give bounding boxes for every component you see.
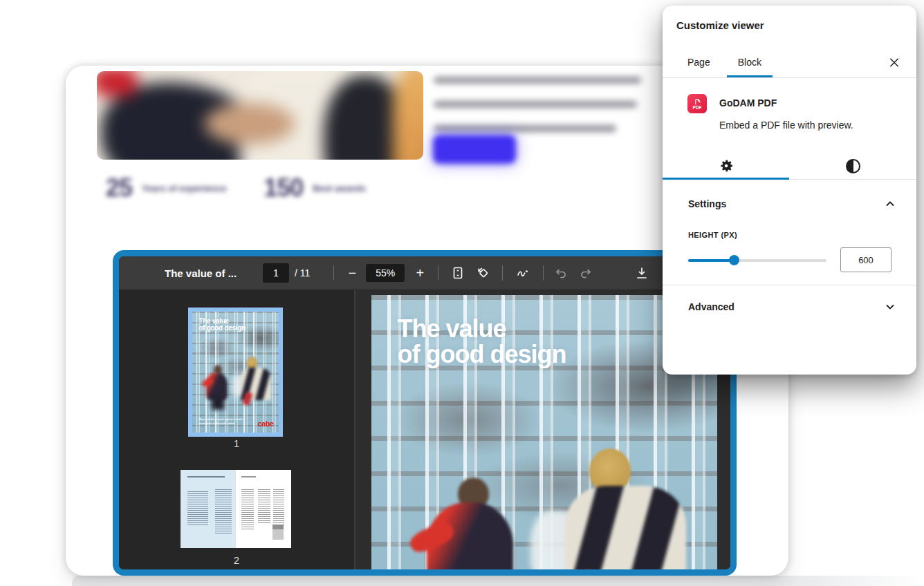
thumbnail-sidebar: The value of good design New buildings a… — [119, 290, 354, 569]
thumbnail-1-label: 1 — [119, 437, 354, 449]
settings-heading: Settings — [688, 198, 726, 209]
thumbnail-2-portrait — [272, 524, 284, 539]
thumbnail-2-label: 2 — [119, 554, 354, 566]
height-label: HEIGHT (PX) — [688, 231, 737, 239]
cta-button-blurred[interactable] — [433, 135, 516, 164]
close-icon[interactable] — [885, 53, 904, 72]
toolbar-divider — [543, 265, 544, 281]
block-description: Embed a PDF file with preview. — [719, 120, 853, 131]
active-icon-tab-underline — [663, 178, 789, 180]
pdf-viewer: The value of ... / 11 − 55% + — [113, 250, 737, 576]
draw-icon[interactable] — [515, 265, 530, 281]
stats-row: 25 Years of experience 150 Best awards — [106, 173, 366, 202]
zoom-level: 55% — [366, 264, 405, 282]
height-value-input[interactable] — [840, 247, 891, 272]
thumbnail-page-1[interactable]: The value of good design New buildings a… — [188, 308, 283, 437]
page-number-input[interactable] — [263, 263, 289, 283]
settings-section-header[interactable]: Settings — [688, 198, 896, 209]
pdf-viewer-body: The value of good design New buildings a… — [119, 290, 730, 569]
fit-page-icon[interactable] — [451, 266, 465, 280]
height-slider-fill — [688, 259, 734, 262]
pdf-title: The value of ... — [165, 267, 253, 279]
gear-icon — [718, 158, 734, 174]
toolbar-divider — [333, 265, 334, 281]
godam-icon-text: PDF — [693, 105, 702, 110]
stat-label: Best awards — [313, 183, 366, 193]
tab-block[interactable]: Block — [724, 47, 775, 77]
rotate-icon[interactable] — [476, 265, 491, 281]
card-bottom-shadow — [72, 576, 924, 586]
cover-title: The value of good design — [198, 318, 245, 332]
toolbar-divider — [502, 265, 503, 281]
thumbnail-page-2[interactable] — [181, 470, 291, 548]
cover-title: The value of good design — [398, 316, 566, 367]
download-icon[interactable] — [635, 266, 649, 280]
godam-pdf-icon: PDF — [687, 94, 707, 113]
hero-image-blurred — [97, 71, 423, 160]
sidebar-toggle-button[interactable] — [136, 267, 151, 278]
chevron-up-icon — [885, 198, 896, 209]
section-divider — [663, 285, 916, 285]
undo-icon[interactable] — [553, 265, 569, 281]
tab-page[interactable]: Page — [674, 47, 724, 77]
stat-label: Years of experience — [142, 183, 226, 193]
cabe-logo: cabe — [257, 419, 273, 428]
stat-value: 25 — [106, 173, 132, 202]
page-total: / 11 — [295, 267, 310, 278]
advanced-section-header[interactable]: Advanced — [688, 301, 896, 312]
chevron-down-icon — [885, 301, 896, 312]
styles-contrast-tab[interactable] — [790, 152, 917, 180]
hero-image-blobs — [97, 71, 423, 160]
height-slider[interactable] — [688, 254, 826, 267]
contrast-icon — [846, 159, 860, 173]
advanced-heading: Advanced — [688, 301, 734, 312]
stat-value: 150 — [264, 173, 303, 202]
thumbnail-cover: The value of good design New buildings a… — [192, 312, 279, 433]
panel-title: Customize viewer — [676, 19, 764, 31]
pdf-toolbar: The value of ... / 11 − 55% + — [119, 256, 730, 290]
cover-tagline: New buildings and spaces create economic… — [199, 417, 250, 425]
screenshot-root: 25 Years of experience 150 Best awards T… — [0, 0, 924, 586]
zoom-in-button[interactable]: + — [413, 265, 427, 281]
panel-tabs: Page Block — [674, 47, 775, 77]
height-slider-thumb[interactable] — [729, 255, 739, 265]
redo-icon[interactable] — [578, 265, 593, 281]
customize-viewer-panel: Customize viewer Page Block PDF GoDAM PD… — [663, 6, 916, 375]
panel-icon-tabs — [663, 152, 916, 180]
block-name: GoDAM PDF — [719, 97, 777, 108]
zoom-out-button[interactable]: − — [345, 265, 359, 281]
settings-gear-tab[interactable] — [663, 152, 790, 180]
toolbar-divider — [438, 265, 438, 281]
tabs-divider — [663, 77, 916, 78]
